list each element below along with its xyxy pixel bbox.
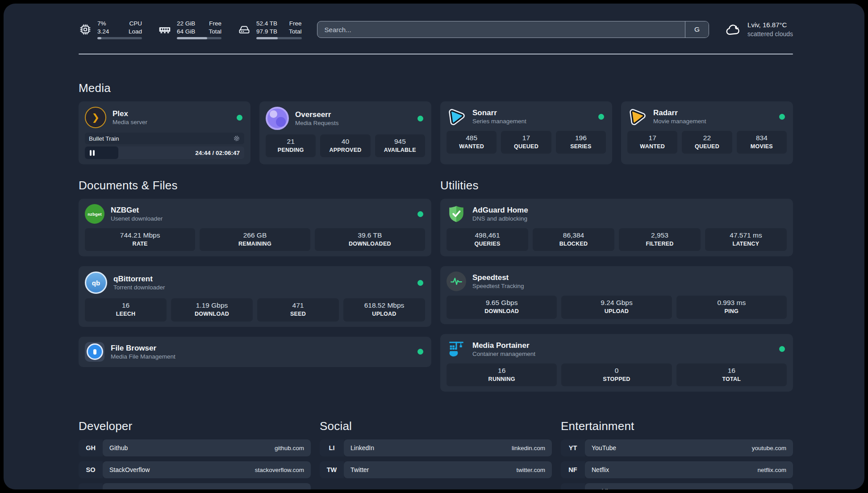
bookmark-abbr-badge: GH — [79, 439, 103, 456]
search-engine-button[interactable]: G — [685, 21, 709, 38]
bookmark-url: netflix.com — [757, 467, 786, 473]
stat-label-bottom: Total — [289, 28, 302, 36]
stat-tile-wanted: 485WANTED — [447, 131, 497, 154]
stat-values: 7%3.24 — [97, 20, 109, 35]
section-title-utilities: Utilities — [440, 179, 793, 192]
stat-value: 0 — [563, 366, 670, 376]
bookmark-reddit[interactable]: RERedditreddit.com — [561, 483, 793, 489]
stat-label: SEED — [259, 310, 337, 318]
bookmark-category-social: SocialLILinkedInlinkedin.comTWTwittertwi… — [320, 419, 552, 489]
stat-tile-download: 9.65 GbpsDOWNLOAD — [447, 296, 557, 318]
stat-value: 9.65 Gbps — [448, 298, 555, 308]
stat-tile-download: 1.19 GbpsDOWNLOAD — [171, 298, 253, 321]
app-subtitle: Series management — [472, 118, 526, 125]
stat-tile-queued: 22QUEUED — [682, 131, 732, 154]
status-online-dot — [779, 346, 785, 352]
stat-label: WANTED — [448, 143, 495, 151]
stat-progress-bar — [177, 37, 221, 39]
stat-label: AVAILABLE — [377, 146, 423, 155]
bookmark-url: github.com — [275, 445, 304, 451]
app-card-sonarr[interactable]: SonarrSeries management485WANTED17QUEUED… — [440, 101, 612, 164]
bookmark-main: StackOverflowstackoverflow.com — [103, 461, 311, 478]
app-subtitle: Container management — [472, 351, 535, 357]
weather-text: Lviv, 16.87°C scattered clouds — [747, 21, 793, 38]
app-card-header: ❯PlexMedia server — [85, 107, 244, 128]
dashboard-page: 7%3.24CPULoad22 GiB64 GiBFreeTotal52.4 T… — [4, 4, 864, 489]
app-name: Plex — [113, 109, 147, 118]
stat-tile-seed: 471SEED — [257, 298, 339, 321]
overseerr-icon — [266, 107, 289, 130]
app-card-qbittorrent[interactable]: qbqBittorrentTorrent downloader16LEECH1.… — [79, 266, 431, 326]
media-apps-grid: ❯PlexMedia serverBullet Train24:44 / 02:… — [79, 101, 793, 164]
stat-label: APPROVED — [322, 146, 368, 155]
app-card-radarr[interactable]: RadarrMovie management17WANTED22QUEUED83… — [621, 101, 793, 164]
bookmark-linkedin[interactable]: LILinkedInlinkedin.com — [320, 439, 552, 456]
stat-value-top: 22 GiB — [177, 20, 195, 28]
app-card-overseerr[interactable]: OverseerrMedia Requests21PENDING40APPROV… — [259, 101, 431, 164]
app-card-adguard-home[interactable]: AdGuard HomeDNS and adblocking498,461QUE… — [440, 199, 793, 256]
stat-value-top: 52.4 TB — [256, 20, 277, 28]
gear-icon[interactable] — [233, 135, 240, 142]
stat-label: RUNNING — [448, 376, 555, 384]
stat-value: 47.571 ms — [707, 231, 785, 240]
status-online-dot — [417, 116, 423, 121]
bookmark-youtube[interactable]: YTYouTubeyoutube.com — [561, 439, 793, 456]
app-card-file-browser[interactable]: File BrowserMedia File Management — [79, 337, 431, 367]
app-name: qBittorrent — [113, 275, 165, 284]
stat-value: 834 — [739, 134, 785, 143]
stat-label: DOWNLOAD — [448, 308, 555, 316]
stat-label: LATENCY — [707, 240, 785, 248]
stat-value: 22 — [684, 134, 730, 143]
app-meta: NZBGetUsenet downloader — [111, 206, 163, 222]
app-name: Radarr — [653, 109, 706, 117]
bookmark-github[interactable]: GHGithubgithub.com — [79, 439, 311, 456]
stat-label: WANTED — [629, 143, 676, 151]
stat-value: 485 — [448, 134, 495, 143]
stat-tile-queued: 17QUEUED — [501, 131, 551, 154]
dashboard-content: Media ❯PlexMedia serverBullet Train24:44… — [4, 81, 864, 489]
bookmark-abbr-badge: TW — [320, 461, 344, 478]
app-card-speedtest[interactable]: SpeedtestSpeedtest Tracking9.65 GbpsDOWN… — [440, 266, 793, 324]
stat-value: 744.21 Mbps — [87, 231, 193, 240]
app-card-nzbget[interactable]: nzbgetNZBGetUsenet downloader744.21 Mbps… — [79, 199, 431, 256]
bookmark-category-entertainment: EntertainmentYTYouTubeyoutube.comNFNetfl… — [561, 419, 793, 489]
stat-progress-fill — [97, 37, 101, 39]
portainer-icon — [447, 339, 466, 359]
app-subtitle: Media Requests — [295, 120, 339, 126]
app-card-plex[interactable]: ❯PlexMedia serverBullet Train24:44 / 02:… — [79, 101, 250, 164]
player-progress-bar[interactable]: 24:44 / 02:06:47 — [85, 146, 244, 159]
speedtest-icon — [447, 272, 466, 291]
media-section: Media ❯PlexMedia serverBullet Train24:44… — [79, 81, 793, 164]
app-subtitle: Torrent downloader — [113, 284, 165, 291]
stat-tile-queries: 498,461QUERIES — [447, 228, 528, 251]
pause-icon[interactable] — [90, 150, 95, 156]
bookmark-name: StackOverflow — [109, 466, 150, 473]
stat-label: QUERIES — [448, 240, 526, 248]
app-subtitle: DNS and adblocking — [472, 215, 528, 222]
app-name: Overseerr — [295, 110, 339, 119]
app-meta: qBittorrentTorrent downloader — [113, 275, 165, 291]
app-card-media-portainer[interactable]: Media PortainerContainer management16RUN… — [440, 334, 793, 392]
weather-condition: scattered clouds — [747, 30, 793, 38]
two-column-area: Documents & Files nzbgetNZBGetUsenet dow… — [79, 179, 793, 392]
cpu-stat-widget: 7%3.24CPULoad — [79, 20, 142, 39]
stat-value-bottom: 97.9 TB — [256, 28, 277, 36]
nzbget-logo-text: nzbget — [88, 212, 102, 217]
bookmark-url: reddit.com — [758, 489, 786, 489]
search-input[interactable] — [317, 21, 685, 38]
stat-label: REMAINING — [201, 240, 308, 248]
bookmark-category-title: Social — [320, 419, 552, 433]
stat-tile-upload: 9.24 GbpsUPLOAD — [561, 296, 672, 318]
documents-apps-list: nzbgetNZBGetUsenet downloader744.21 Mbps… — [79, 199, 431, 367]
app-subtitle: Usenet downloader — [111, 215, 163, 222]
bookmark-stackoverflow[interactable]: SOStackOverflowstackoverflow.com — [79, 461, 311, 478]
bookmark-netflix[interactable]: NFNetflixnetflix.com — [561, 461, 793, 478]
app-meta: SonarrSeries management — [472, 109, 526, 125]
stat-value: 21 — [267, 137, 314, 146]
stat-label: UPLOAD — [563, 308, 670, 316]
disk-stat-widget: 52.4 TB97.9 TBFreeTotal — [238, 20, 302, 39]
bookmark-twitter[interactable]: TWTwittertwitter.com — [320, 461, 552, 478]
stat-tile-downloaded: 39.6 TBDOWNLOADED — [315, 228, 425, 251]
bookmark-name: Netflix — [592, 466, 609, 473]
bookmark-dev[interactable]: DTDEVdev.to — [79, 483, 311, 489]
